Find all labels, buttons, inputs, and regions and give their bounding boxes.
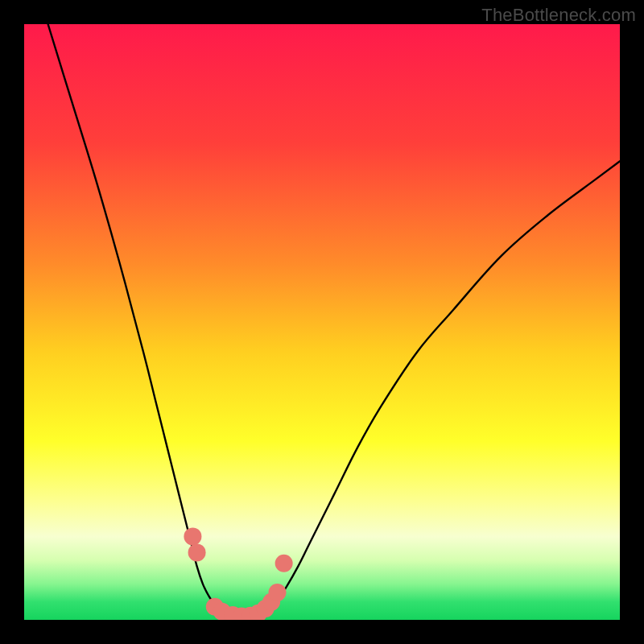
chart-svg [24,24,620,620]
outer-frame: TheBottleneck.com [0,0,644,644]
watermark-text: TheBottleneck.com [481,5,636,26]
gradient-background [24,24,620,620]
highlight-point [188,543,206,561]
highlight-point [269,584,287,601]
plot-area [24,24,620,620]
highlight-point [275,555,293,572]
highlight-point [184,527,201,545]
